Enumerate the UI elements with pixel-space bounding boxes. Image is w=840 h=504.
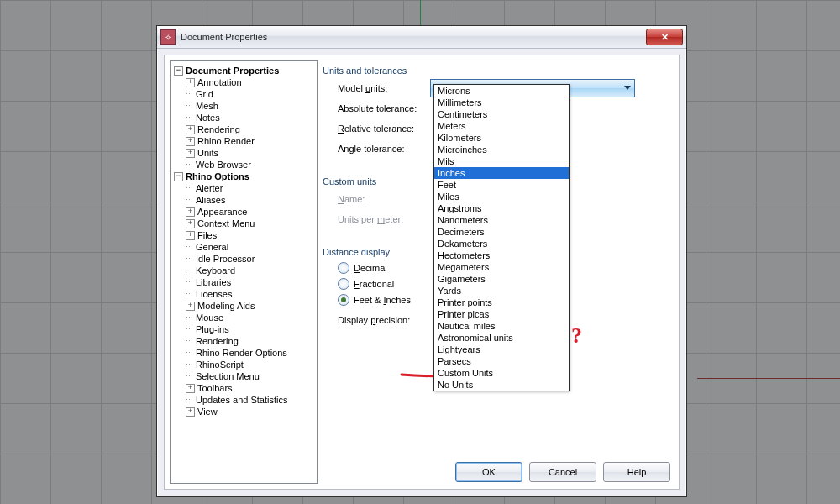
label-angle-tolerance: Angle tolerance: bbox=[338, 144, 430, 154]
tree-item[interactable]: +Annotation bbox=[174, 76, 317, 88]
cancel-button[interactable]: Cancel bbox=[529, 462, 596, 482]
tree-root[interactable]: −Document Properties bbox=[174, 65, 317, 76]
tree-item[interactable]: ⋯Web Browser bbox=[174, 159, 317, 171]
tree-item[interactable]: ⋯Alerter bbox=[174, 182, 317, 194]
dropdown-item[interactable]: Millimeters bbox=[434, 97, 569, 108]
dropdown-item[interactable]: Custom Units bbox=[434, 367, 569, 379]
tree-item[interactable]: ⋯Grid bbox=[174, 88, 317, 100]
tree-item[interactable]: ⋯Licenses bbox=[174, 288, 317, 300]
axis-marker-h bbox=[697, 378, 840, 379]
dropdown-item[interactable]: Yards bbox=[434, 285, 569, 297]
dropdown-item[interactable]: Microns bbox=[434, 85, 569, 97]
group-label: Units and tolerances bbox=[323, 66, 412, 76]
dropdown-item[interactable]: Microinches bbox=[434, 144, 569, 155]
tree-item[interactable]: ⋯Updates and Statistics bbox=[174, 394, 317, 406]
dropdown-item[interactable]: No Units bbox=[434, 379, 569, 391]
axis-marker-v bbox=[420, 0, 421, 25]
dropdown-item[interactable]: Lightyears bbox=[434, 344, 569, 355]
help-button[interactable]: Help bbox=[603, 462, 670, 482]
tree-item[interactable]: +Modeling Aids bbox=[174, 300, 317, 312]
label-display-precision: Display precision: bbox=[338, 315, 430, 325]
dropdown-item[interactable]: Centimeters bbox=[434, 108, 569, 120]
tree-item[interactable]: ⋯Selection Menu bbox=[174, 370, 317, 382]
dropdown-item[interactable]: Printer points bbox=[434, 297, 569, 308]
dropdown-item[interactable]: Miles bbox=[434, 191, 569, 202]
label-name: Name: bbox=[338, 194, 430, 204]
tree-item[interactable]: ⋯Idle Processor bbox=[174, 253, 317, 265]
chevron-down-icon bbox=[624, 86, 631, 90]
dropdown-item[interactable]: Dekameters bbox=[434, 238, 569, 249]
tree-item[interactable]: ⋯Mouse bbox=[174, 312, 317, 323]
tree-item[interactable]: ⋯Libraries bbox=[174, 276, 317, 288]
tree-item[interactable]: ⋯General bbox=[174, 241, 317, 253]
dialog-body: −Document Properties+Annotation⋯Grid⋯Mes… bbox=[164, 55, 680, 490]
tree-item[interactable]: ⋯Aliases bbox=[174, 194, 317, 206]
dropdown-item[interactable]: Astronomical units bbox=[434, 332, 569, 344]
tree-root[interactable]: −Rhino Options bbox=[174, 171, 317, 182]
tree-item[interactable]: ⋯Notes bbox=[174, 112, 317, 123]
label-absolute-tolerance: Absolute tolerance: bbox=[338, 103, 430, 113]
options-tree[interactable]: −Document Properties+Annotation⋯Grid⋯Mes… bbox=[170, 60, 318, 484]
ok-button[interactable]: OK bbox=[455, 462, 522, 482]
label-units-per-meter: Units per meter: bbox=[338, 214, 430, 224]
dropdown-item[interactable]: Printer picas bbox=[434, 308, 569, 320]
tree-item[interactable]: +Appearance bbox=[174, 206, 317, 218]
dropdown-item[interactable]: Nanometers bbox=[434, 214, 569, 226]
label-relative-tolerance: Relative tolerance: bbox=[338, 123, 430, 134]
group-label: Distance display bbox=[323, 247, 395, 257]
document-properties-dialog: ✧ Document Properties ✕ −Document Proper… bbox=[156, 25, 687, 497]
label-model-units: Model units: bbox=[338, 83, 430, 93]
tree-item[interactable]: ⋯Plug-ins bbox=[174, 323, 317, 335]
dropdown-model-units[interactable]: MicronsMillimetersCentimetersMetersKilom… bbox=[433, 84, 570, 391]
dropdown-item[interactable]: Gigameters bbox=[434, 273, 569, 285]
tree-item[interactable]: +Files bbox=[174, 229, 317, 241]
dropdown-item[interactable]: Angstroms bbox=[434, 202, 569, 214]
titlebar[interactable]: ✧ Document Properties ✕ bbox=[157, 26, 686, 49]
dropdown-item[interactable]: Inches bbox=[434, 167, 569, 179]
dropdown-item[interactable]: Hectometers bbox=[434, 249, 569, 261]
tree-item[interactable]: ⋯Mesh bbox=[174, 100, 317, 112]
dropdown-item[interactable]: Meters bbox=[434, 120, 569, 132]
dropdown-item[interactable]: Mils bbox=[434, 155, 569, 167]
close-icon: ✕ bbox=[661, 32, 669, 43]
dropdown-item[interactable]: Decimeters bbox=[434, 226, 569, 238]
tree-item[interactable]: ⋯Rendering bbox=[174, 335, 317, 347]
close-button[interactable]: ✕ bbox=[646, 29, 683, 45]
tree-item[interactable]: +Context Menu bbox=[174, 218, 317, 229]
dropdown-item[interactable]: Kilometers bbox=[434, 132, 569, 144]
group-units-tolerances: Units and tolerances Model units: Inches… bbox=[323, 60, 670, 163]
dropdown-item[interactable]: Parsecs bbox=[434, 355, 569, 367]
tree-item[interactable]: ⋯Keyboard bbox=[174, 265, 317, 276]
button-bar: OK Cancel Help bbox=[455, 462, 670, 482]
dialog-title: Document Properties bbox=[181, 32, 646, 42]
tree-item[interactable]: +Toolbars bbox=[174, 382, 317, 394]
group-label: Custom units bbox=[323, 176, 381, 186]
tree-item[interactable]: ⋯Rhino Render Options bbox=[174, 347, 317, 359]
tree-item[interactable]: +Units bbox=[174, 147, 317, 159]
content-panel: Units and tolerances Model units: Inches… bbox=[323, 60, 670, 452]
dropdown-item[interactable]: Megameters bbox=[434, 261, 569, 273]
tree-item[interactable]: ⋯RhinoScript bbox=[174, 359, 317, 370]
tree-item[interactable]: +Rhino Render bbox=[174, 135, 317, 147]
tree-item[interactable]: +Rendering bbox=[174, 123, 317, 135]
dropdown-item[interactable]: Feet bbox=[434, 179, 569, 191]
tree-item[interactable]: +View bbox=[174, 406, 317, 417]
app-icon: ✧ bbox=[160, 29, 176, 45]
dropdown-item[interactable]: Nautical miles bbox=[434, 320, 569, 332]
